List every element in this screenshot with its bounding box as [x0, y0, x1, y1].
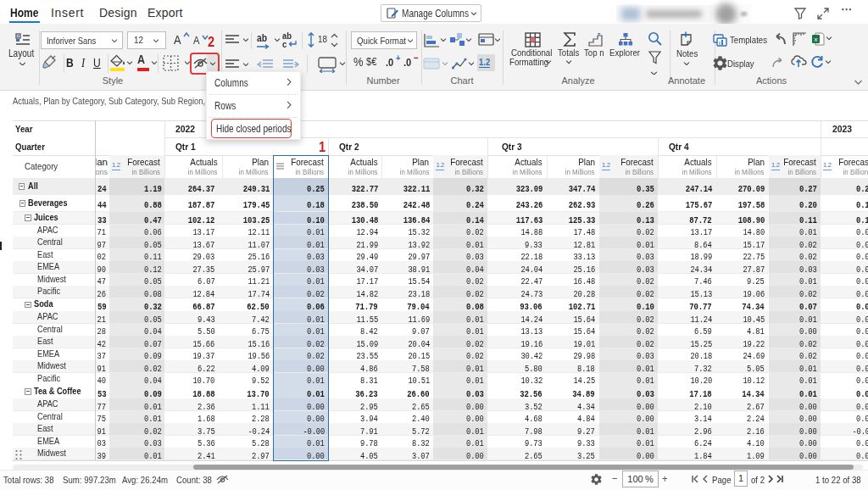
- svg-text:x: x: [815, 36, 818, 43]
